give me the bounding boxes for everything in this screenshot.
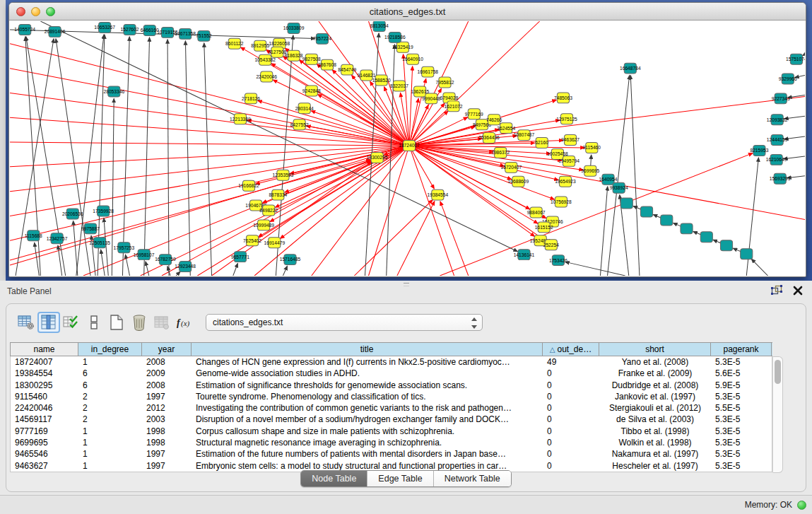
network-node[interactable]: 10653267: [94, 22, 115, 33]
table-row[interactable]: 1830029562008Estimation of significance …: [11, 380, 772, 391]
scrollbar-thumb[interactable]: [775, 360, 781, 384]
table-cell[interactable]: 2012: [142, 402, 192, 414]
table-cell[interactable]: 1997: [142, 391, 192, 402]
network-node[interactable]: 12975125: [556, 114, 577, 124]
table-cell[interactable]: 2003: [142, 414, 192, 425]
table-cell[interactable]: 1: [78, 448, 142, 460]
tab-edge-table[interactable]: Edge Table: [367, 471, 433, 486]
table-cell[interactable]: 14569117: [11, 414, 78, 425]
network-node[interactable]: 7955812: [436, 77, 454, 88]
row-height-icon[interactable]: [83, 312, 105, 333]
network-node[interactable]: 20206536: [62, 209, 83, 219]
table-cell[interactable]: 5.3E-5: [711, 426, 772, 437]
close-button[interactable]: [16, 7, 25, 16]
network-node[interactable]: 62160: [535, 138, 548, 148]
table-cell[interactable]: 0: [543, 426, 599, 437]
table-cell[interactable]: 1997: [142, 448, 192, 460]
network-node[interactable]: 2803144: [295, 103, 314, 114]
table-cell[interactable]: 18724007: [11, 356, 78, 368]
network-node[interactable]: [661, 215, 673, 226]
network-node[interactable]: 7485063: [554, 93, 572, 103]
table-cell[interactable]: 1: [78, 356, 142, 368]
network-node[interactable]: [681, 223, 693, 234]
table-cell[interactable]: 2: [78, 414, 142, 425]
close-panel-icon[interactable]: [792, 285, 804, 296]
network-node[interactable]: 19384554: [428, 189, 449, 200]
table-row[interactable]: 1456911722003Disruption of a novel membe…: [11, 414, 772, 425]
table-cell[interactable]: 0: [543, 368, 599, 379]
network-node[interactable]: 9115460: [583, 143, 601, 153]
table-cell[interactable]: 6: [78, 368, 142, 379]
network-node[interactable]: 1115688: [25, 230, 42, 241]
network-node[interactable]: 16648784: [620, 63, 641, 74]
network-node[interactable]: 19218586: [384, 32, 406, 42]
table-cell[interactable]: Yano et al. (2008): [599, 356, 711, 368]
network-node[interactable]: 9329966: [779, 74, 797, 84]
network-node[interactable]: [620, 198, 632, 209]
column-header-indegree[interactable]: in_degree: [78, 343, 142, 356]
network-node[interactable]: 20891406: [45, 26, 66, 37]
table-cell[interactable]: Stergiakouli et al. (2012): [599, 402, 711, 414]
network-node[interactable]: 10756928: [551, 197, 572, 207]
network-node[interactable]: 2867608: [318, 59, 336, 70]
table-cell[interactable]: Franke et al. (2009): [599, 368, 711, 379]
network-node[interactable]: 12342757: [47, 233, 68, 244]
table-cell[interactable]: 49: [543, 356, 599, 368]
table-cell[interactable]: 6: [78, 380, 142, 391]
network-node[interactable]: 9463627: [561, 135, 579, 146]
table-cell[interactable]: Tourette syndrome. Phenomenology and cla…: [192, 391, 543, 402]
table-cell[interactable]: Changes of HCN gene expression and I(f) …: [192, 356, 543, 368]
table-cell[interactable]: 5.3E-5: [711, 356, 772, 368]
network-node[interactable]: 8912955: [251, 40, 269, 51]
table-cell[interactable]: 9465546: [11, 448, 78, 460]
network-node[interactable]: 8454749: [338, 64, 356, 75]
network-node[interactable]: 15751074: [786, 54, 805, 64]
column-edit-icon[interactable]: [37, 312, 60, 333]
table-row[interactable]: 911546021997Tourette syndrome. Phenomeno…: [11, 391, 772, 402]
table-cell[interactable]: Dudbridge et al. (2008): [599, 380, 711, 391]
network-node[interactable]: 8878334: [269, 189, 287, 200]
table-cell[interactable]: 9777169: [11, 426, 78, 437]
table-row[interactable]: 1872400712008Changes of HCN gene express…: [11, 356, 772, 368]
network-node[interactable]: 16210649: [766, 154, 787, 165]
network-node[interactable]: 15693291: [770, 173, 791, 184]
network-node[interactable]: 2718126: [242, 93, 260, 104]
network-node[interactable]: 10688609: [508, 176, 529, 187]
network-node[interactable]: 9777169: [465, 109, 483, 119]
table-cell[interactable]: 2009: [142, 368, 192, 379]
table-cell[interactable]: 9699695: [11, 437, 78, 448]
table-cell[interactable]: 5.3E-5: [711, 391, 772, 402]
table-cell[interactable]: Estimation of significance thresholds fo…: [192, 380, 543, 391]
table-cell[interactable]: Disruption of a novel member of a sodium…: [192, 414, 543, 425]
table-cell[interactable]: Jankovic et al. (1997): [599, 391, 711, 402]
table-cell[interactable]: Estimation of the future numbers of pati…: [192, 448, 543, 460]
table-cell[interactable]: 5.3E-5: [711, 437, 772, 448]
table-row[interactable]: 977716911998Corpus callosum shape and si…: [11, 426, 772, 437]
table-cell[interactable]: Corpus callosum shape and size in male p…: [192, 426, 543, 437]
float-panel-icon[interactable]: [771, 285, 782, 296]
new-table-icon[interactable]: [105, 312, 128, 333]
network-node[interactable]: 16033809: [283, 23, 305, 33]
network-node[interactable]: 16958107: [134, 250, 155, 260]
table-row[interactable]: 969969511998Structural magnetic resonanc…: [11, 437, 772, 448]
table-cell[interactable]: 19384554: [11, 368, 78, 379]
network-node[interactable]: 751552: [196, 30, 212, 41]
column-header-short[interactable]: short: [599, 343, 711, 356]
network-node[interactable]: 17359928: [93, 206, 114, 216]
table-cell[interactable]: 0: [543, 414, 599, 425]
network-node[interactable]: 14671358: [175, 28, 196, 39]
table-cell[interactable]: 2008: [142, 380, 192, 391]
network-node[interactable]: 9699695: [581, 165, 599, 176]
network-node[interactable]: 17957253: [114, 243, 135, 253]
network-node[interactable]: 16640910: [402, 54, 423, 64]
column-header-year[interactable]: year: [142, 343, 192, 356]
table-cell[interactable]: 0: [543, 448, 599, 460]
network-node[interactable]: 18325419: [392, 42, 413, 52]
table-cell[interactable]: Investigating the contribution of common…: [192, 402, 543, 414]
network-node[interactable]: 20364436: [478, 133, 500, 144]
table-cell[interactable]: 1: [78, 437, 142, 448]
table-cell[interactable]: 0: [543, 391, 599, 402]
table-cell[interactable]: 5.6E-5: [711, 368, 772, 379]
network-window[interactable]: citations_edges.txt 18724007183002958601…: [8, 2, 806, 277]
table-settings-icon[interactable]: [15, 312, 37, 333]
